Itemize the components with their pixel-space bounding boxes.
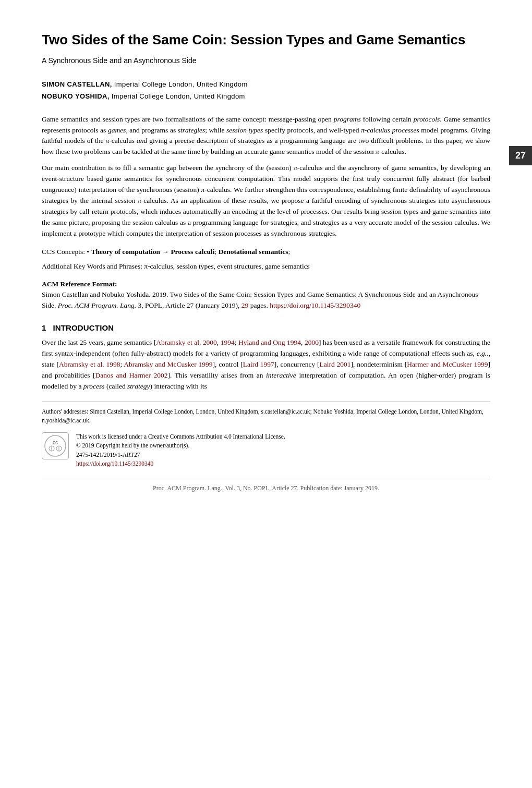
- ref-laird2001[interactable]: Laird 2001: [319, 360, 350, 368]
- page-number: 27: [509, 146, 532, 165]
- section-1-title: INTRODUCTION: [53, 323, 114, 332]
- issn-text: 2475-1421/2019/1-ART27: [76, 452, 140, 458]
- ref-hyland2000[interactable]: 2000: [305, 338, 319, 346]
- footer-address: Authors' addresses: Simon Castellan, Imp…: [42, 407, 490, 426]
- ref-abramsky-mccusker[interactable]: Abramsky and McCusker 1999: [124, 360, 212, 368]
- abstract-p2: Our main contribution is to fill a seman…: [42, 163, 490, 239]
- bottom-footer: Proc. ACM Program. Lang., Vol. 3, No. PO…: [42, 479, 490, 492]
- ccs-bold1: Theory of computation: [91, 248, 160, 256]
- ref-abramsky1998[interactable]: Abramsky et al. 1998: [59, 360, 120, 368]
- keywords: Additional Key Words and Phrases: π-calc…: [42, 261, 490, 272]
- cc-icon: cc: [42, 432, 69, 459]
- page: 27 Two Sides of the Same Coin: Session T…: [0, 0, 532, 788]
- ccs-bold3: Denotational semantics: [219, 248, 288, 256]
- svg-text:cc: cc: [53, 440, 58, 445]
- ref-abramsky2000[interactable]: Abramsky et al. 2000: [156, 338, 217, 346]
- ccs-semi2: ;: [288, 248, 291, 256]
- acm-ref-pages-link[interactable]: 29: [241, 301, 249, 309]
- author-1: SIMON CASTELLAN, Imperial College London…: [42, 78, 490, 90]
- cc-block: cc This work is licensed under a Creativ…: [42, 432, 490, 468]
- author-2: NOBUKO YOSHIDA, Imperial College London,…: [42, 90, 490, 102]
- cc-text-block: This work is licensed under a Creative C…: [76, 432, 285, 468]
- ccs-arrow: →: [162, 248, 170, 256]
- paper-subtitle: A Synchronous Side and an Asynchronous S…: [42, 56, 490, 65]
- acm-reference: ACM Reference Format: Simon Castellan an…: [42, 279, 490, 311]
- section-1-p1: Over the last 25 years, game semantics […: [42, 337, 490, 392]
- abstract-block: Game semantics and session types are two…: [42, 114, 490, 239]
- acm-ref-heading: ACM Reference Format:: [42, 280, 117, 288]
- keywords-text: π-calculus, session types, event structu…: [144, 262, 310, 270]
- ccs-bold2: Process calculi: [171, 248, 214, 256]
- copyright-text: © 2019 Copyright held by the owner/autho…: [76, 442, 189, 448]
- cc-svg: cc: [44, 434, 67, 457]
- ref-danos2002[interactable]: Danos and Harmer 2002: [95, 371, 168, 379]
- author-2-affiliation: Imperial College London, United Kingdom: [110, 92, 245, 100]
- footer-divider: [42, 402, 490, 402]
- acm-ref-doi-link[interactable]: https://doi.org/10.1145/3290340: [270, 301, 360, 309]
- acm-ref-text: Simon Castellan and Nobuko Yoshida. 2019…: [42, 290, 478, 309]
- author-1-name: SIMON CASTELLAN,: [42, 80, 112, 88]
- ccs-bullet: •: [87, 248, 89, 256]
- author-2-name: NOBUKO YOSHIDA,: [42, 92, 110, 100]
- ref-harmer1999[interactable]: Harmer and McCusker 1999: [407, 360, 488, 368]
- paper-title: Two Sides of the Same Coin: Session Type…: [42, 31, 490, 49]
- section-1-heading: 1 INTRODUCTION: [42, 323, 490, 332]
- footer-doi-link[interactable]: https://doi.org/10.1145/3290340: [76, 460, 153, 467]
- keywords-label: Additional Key Words and Phrases:: [42, 262, 142, 270]
- section-1-number: 1: [42, 323, 46, 332]
- abstract-p1: Game semantics and session types are two…: [42, 114, 490, 158]
- ccs-concepts: CCS Concepts: • Theory of computation → …: [42, 247, 490, 257]
- ccs-label: CCS Concepts:: [42, 248, 85, 256]
- ref-laird1997[interactable]: Laird 1997: [243, 360, 274, 368]
- ref-abramsky1994[interactable]: 1994: [221, 338, 235, 346]
- authors-block: SIMON CASTELLAN, Imperial College London…: [42, 78, 490, 103]
- ref-hyland1994[interactable]: Hyland and Ong 1994: [238, 338, 301, 346]
- author-1-affiliation: Imperial College London, United Kingdom: [112, 80, 248, 88]
- ccs-semi1: ;: [214, 248, 216, 256]
- svg-point-0: [45, 435, 66, 456]
- section-1-body: Over the last 25 years, game semantics […: [42, 337, 490, 392]
- cc-license-text: This work is licensed under a Creative C…: [76, 433, 285, 440]
